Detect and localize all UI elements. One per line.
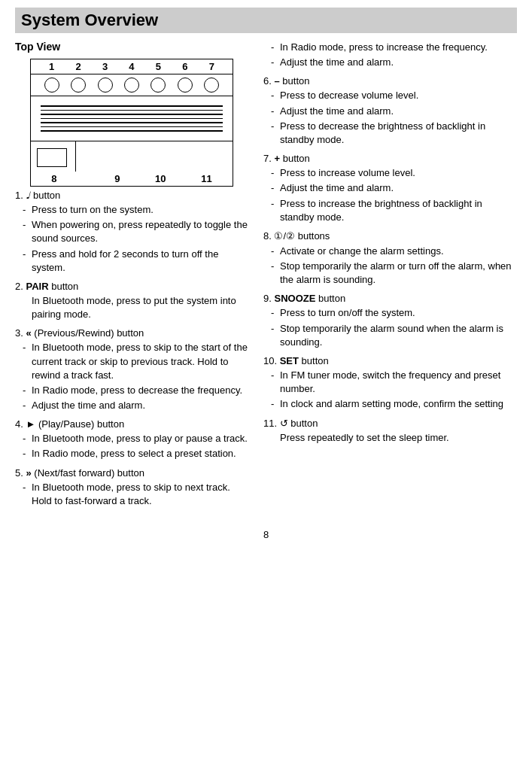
item-10-subs: In FM tuner mode, switch the frequency a… — [263, 369, 517, 412]
sub-item: Stop temporarily the alarm or turn off t… — [271, 260, 517, 287]
item-6-header: 6. – button — [263, 75, 517, 87]
knob-7 — [204, 78, 219, 93]
speaker-lines — [41, 105, 222, 132]
knob-4 — [124, 78, 139, 93]
sub-item: Adjust the time and alarm. — [271, 56, 517, 69]
list-item-4: 4. ► (Play/Pause) button In Bluetooth mo… — [15, 418, 248, 460]
sub-item: In clock and alarm setting mode, confirm… — [271, 397, 517, 411]
speaker-line — [41, 126, 222, 128]
item-4-header: 4. ► (Play/Pause) button — [15, 418, 248, 430]
right-list: In Radio mode, press to increase the fre… — [263, 41, 517, 445]
sub-item: Press to increase volume level. — [271, 166, 517, 180]
item-2-header: 2. PAIR button — [15, 281, 248, 292]
device-diagram: 1 2 3 4 5 6 7 — [30, 59, 233, 187]
sub-item: Press to turn on the system. — [23, 203, 248, 217]
speaker-line — [41, 110, 222, 111]
list-item-8: 8. ①/② buttons Activate or change the al… — [263, 230, 517, 287]
speaker-line — [41, 105, 222, 107]
item-8-header: 8. ①/② buttons — [263, 230, 517, 242]
sub-item: Press to turn on/off the system. — [271, 306, 517, 320]
sub-item: When powering on, press repeatedly to to… — [23, 218, 248, 245]
sub-item: In Radio mode, press to decrease the fre… — [23, 384, 248, 397]
knob-5 — [150, 78, 166, 93]
list-item-11: 11. ↺ button Press repeatedly to set the… — [263, 418, 517, 445]
item-5-subs: In Bluetooth mode, press to skip to next… — [15, 481, 248, 508]
right-continuation: In Radio mode, press to increase the fre… — [263, 41, 517, 69]
item-2-intro: In Bluetooth mode, press to put the syst… — [15, 294, 248, 321]
list-item-5: 5. » (Next/fast forward) button In Bluet… — [15, 467, 248, 508]
sub-item: Adjust the time and alarm. — [271, 105, 517, 118]
num-5: 5 — [156, 61, 161, 72]
sub-item: Press to decrease volume level. — [271, 89, 517, 102]
item-5-header: 5. » (Next/fast forward) button — [15, 467, 248, 479]
bottom-right — [187, 141, 233, 172]
sub-item: In Radio mode, press to increase the fre… — [271, 41, 517, 54]
sub-item: Stop temporarily the alarm sound when th… — [271, 322, 517, 349]
num-9: 9 — [114, 173, 120, 184]
bottom-area — [31, 141, 233, 172]
sub-item: In FM tuner mode, switch the frequency a… — [271, 369, 517, 396]
knob-2 — [71, 78, 86, 93]
list-item-2: 2. PAIR button In Bluetooth mode, press … — [15, 281, 248, 321]
num-2: 2 — [76, 61, 81, 72]
sub-item: In Bluetooth mode, press to skip to the … — [23, 341, 248, 382]
num-4: 4 — [129, 61, 134, 72]
list-item-10: 10. SET button In FM tuner mode, switch … — [263, 355, 517, 412]
list-item-6: 6. – button Press to decrease volume lev… — [263, 75, 517, 147]
item-7-header: 7. + button — [263, 153, 517, 164]
sub-item: In Bluetooth mode, press to play or paus… — [23, 432, 248, 445]
sub-item: Adjust the time and alarm. — [271, 181, 517, 195]
list-item-7: 7. + button Press to increase volume lev… — [263, 153, 517, 224]
speaker-line — [41, 130, 222, 132]
speaker-line — [41, 114, 222, 115]
item-4-subs: In Bluetooth mode, press to play or paus… — [15, 432, 248, 460]
list-item-9: 9. SNOOZE button Press to turn on/off th… — [263, 293, 517, 349]
left-column: Top View 1 2 3 4 5 6 7 — [15, 41, 248, 514]
item-11-intro: Press repeatedly to set the sleep timer. — [263, 431, 517, 445]
num-6: 6 — [182, 61, 187, 72]
continuation-subs: In Radio mode, press to increase the fre… — [263, 41, 517, 69]
bottom-left — [31, 141, 76, 172]
list-item-1: 1. ♩ button Press to turn on the system.… — [15, 190, 248, 275]
bottom-box — [37, 148, 67, 167]
left-list: 1. ♩ button Press to turn on the system.… — [15, 190, 248, 508]
sub-item: Press to increase the brightness of back… — [271, 197, 517, 224]
item-10-header: 10. SET button — [263, 355, 517, 366]
sub-item: Adjust the time and alarm. — [23, 399, 248, 412]
sub-item: Press to decrease the brightness of back… — [271, 120, 517, 147]
num-1: 1 — [49, 61, 54, 72]
knob-6 — [178, 78, 193, 93]
num-10: 10 — [155, 173, 166, 184]
sub-item: Activate or change the alarm settings. — [271, 245, 517, 258]
list-item-3: 3. « (Previous/Rewind) button In Bluetoo… — [15, 327, 248, 412]
sub-item: In Radio mode, press to select a preset … — [23, 447, 248, 460]
knobs-row — [31, 74, 233, 96]
item-1-header: 1. ♩ button — [15, 190, 248, 201]
num-3: 3 — [102, 61, 108, 72]
top-view-label: Top View — [15, 41, 248, 53]
bottom-number-row: 8 9 10 11 — [31, 172, 233, 186]
sub-item: In Bluetooth mode, press to skip to next… — [23, 481, 248, 508]
speaker-area — [31, 96, 233, 141]
speaker-line — [41, 122, 222, 123]
right-column: In Radio mode, press to increase the fre… — [263, 41, 517, 514]
item-1-subs: Press to turn on the system. When poweri… — [15, 203, 248, 275]
item-3-subs: In Bluetooth mode, press to skip to the … — [15, 341, 248, 412]
num-11: 11 — [201, 173, 211, 184]
top-number-row: 1 2 3 4 5 6 7 — [31, 59, 233, 74]
item-7-subs: Press to increase volume level. Adjust t… — [263, 166, 517, 224]
item-11-header: 11. ↺ button — [263, 418, 517, 429]
knob-3 — [98, 78, 113, 93]
item-9-subs: Press to turn on/off the system. Stop te… — [263, 306, 517, 349]
item-9-header: 9. SNOOZE button — [263, 293, 517, 304]
page-title: System Overview — [15, 8, 517, 33]
num-8: 8 — [51, 173, 56, 184]
item-3-header: 3. « (Previous/Rewind) button — [15, 327, 248, 339]
item-8-subs: Activate or change the alarm settings. S… — [263, 245, 517, 287]
page-number: 8 — [15, 529, 517, 540]
speaker-line — [41, 118, 222, 120]
num-7: 7 — [209, 61, 214, 72]
knob-1 — [44, 78, 59, 93]
item-6-subs: Press to decrease volume level. Adjust t… — [263, 89, 517, 147]
sub-item: Press and hold for 2 seconds to turn off… — [23, 248, 248, 275]
